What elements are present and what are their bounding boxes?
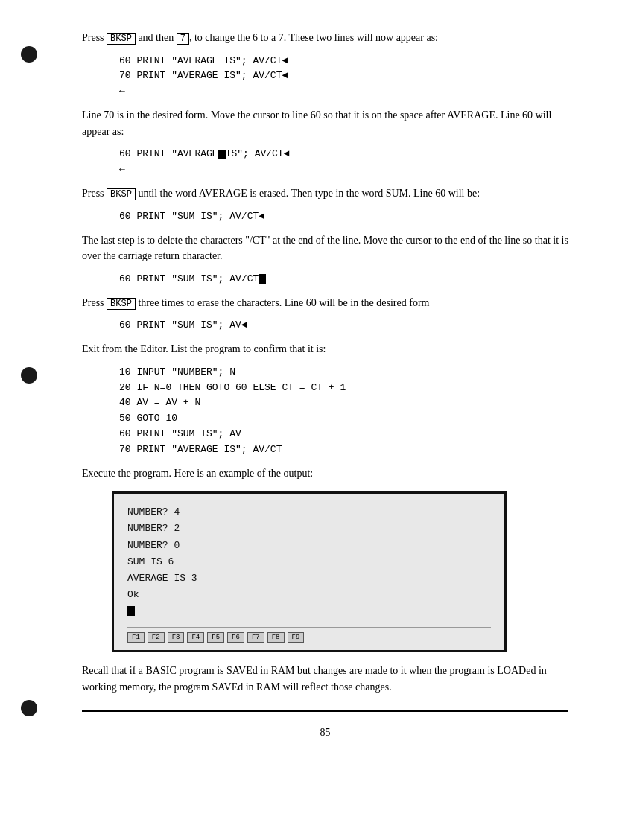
toolbar-f5: F5	[207, 632, 224, 643]
screen-output-box: NUMBER? 4 NUMBER? 2 NUMBER? 0 SUM IS 6 A…	[112, 491, 507, 652]
screen-toolbar: F1 F2 F3 F4 F5 F6 F7 F8 F9	[127, 627, 491, 643]
toolbar-f1: F1	[127, 632, 145, 643]
paragraph-4: The last step is to delete the character…	[82, 232, 568, 264]
toolbar-f6: F6	[227, 632, 244, 643]
toolbar-f9: F9	[288, 632, 305, 643]
toolbar-f3: F3	[168, 632, 185, 643]
seven-key: 7	[177, 33, 189, 45]
toolbar-f8: F8	[267, 632, 285, 643]
paragraph-3: Press BKSP until the word AVERAGE is era…	[82, 185, 568, 202]
code-block-5: 60 PRINT "SUM IS"; AV◄	[119, 318, 568, 334]
paragraph-7: Execute the program. Here is an example …	[82, 465, 568, 482]
bksp-key-1: BKSP	[107, 33, 136, 45]
code-block-4: 60 PRINT "SUM IS"; AV/CT	[119, 272, 568, 287]
paragraph-6: Exit from the Editor. List the program t…	[82, 341, 568, 357]
bksp-key-2: BKSP	[107, 188, 136, 200]
code-block-1: 60 PRINT "AVERAGE IS"; AV/CT◄ 70 PRINT "…	[119, 54, 568, 100]
bullet-1	[21, 46, 37, 63]
code-block-2: 60 PRINT "AVERAGEIS"; AV/CT◄ ←	[119, 147, 568, 178]
toolbar-f2: F2	[148, 632, 165, 643]
code-block-6: 10 INPUT "NUMBER"; N 20 IF N=0 THEN GOTO…	[119, 365, 568, 458]
paragraph-8: Recall that if a BASIC program is SAVEd …	[82, 663, 568, 695]
code-block-3: 60 PRINT "SUM IS"; AV/CT◄	[119, 209, 568, 225]
toolbar-f7: F7	[247, 632, 264, 643]
bullet-2	[21, 367, 37, 384]
bullet-3	[21, 700, 37, 716]
bksp-key-3: BKSP	[107, 298, 136, 310]
screen-content: NUMBER? 4 NUMBER? 2 NUMBER? 0 SUM IS 6 A…	[127, 504, 491, 620]
paragraph-5: Press BKSP three times to erase the char…	[82, 295, 568, 311]
page: Press BKSP and then 7, to change the 6 t…	[0, 0, 628, 840]
toolbar-f4: F4	[187, 632, 204, 643]
page-number: 85	[82, 727, 568, 739]
bottom-rule	[82, 710, 568, 712]
paragraph-2: Line 70 is in the desired form. Move the…	[82, 107, 568, 139]
paragraph-1: Press BKSP and then 7, to change the 6 t…	[82, 30, 568, 46]
